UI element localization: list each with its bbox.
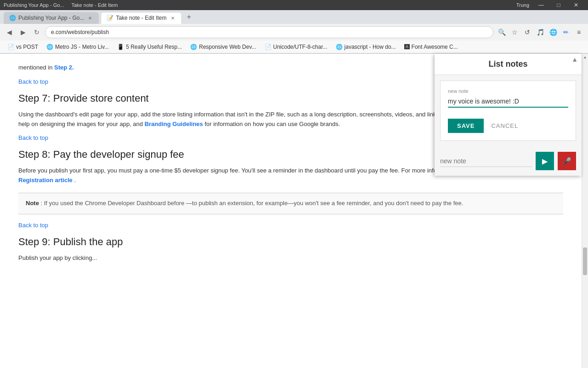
- panel-footer: ▶ 🎤: [435, 146, 582, 176]
- content-area: mentioned in Step 2. Back to top Step 7:…: [0, 54, 588, 368]
- bookmark-favicon: 📱: [117, 44, 124, 50]
- minimize-button[interactable]: —: [533, 0, 549, 10]
- bookmark-label: javascript - How do...: [345, 44, 396, 50]
- bookmark-label: Font Awesome C...: [412, 44, 458, 50]
- scrollbar-track[interactable]: [582, 60, 588, 368]
- bookmark-favicon: 🌐: [46, 44, 53, 50]
- tab2-label: Take note - Edit Item: [116, 15, 166, 21]
- bookmark-font-awesome[interactable]: 🅰 Font Awesome C...: [401, 43, 462, 51]
- tab2-title: Take note - Edit Item: [71, 2, 118, 8]
- note-box: Note : If you used the Chrome Developer …: [18, 193, 563, 214]
- step9-heading: Step 9: Publish the app: [18, 236, 563, 248]
- scrollbar-thumb[interactable]: [583, 247, 587, 275]
- step7-text-after-link2: for information on how you can use Googl…: [204, 121, 340, 127]
- tab1-label: Publishing Your App - Go...: [18, 15, 84, 21]
- tab-publishing[interactable]: 🌐 Publishing Your App - Go... ✕: [4, 12, 99, 24]
- new-tab-button[interactable]: +: [184, 12, 195, 23]
- bookmark-metro-js[interactable]: 🌐 Metro JS - Metro Liv...: [43, 43, 113, 51]
- windows-title-bar: Publishing Your App - Go... Take note - …: [0, 0, 588, 10]
- refresh-button[interactable]: ↻: [31, 27, 42, 38]
- scroll-up-arrow[interactable]: ▲: [582, 54, 588, 60]
- bookmark-unicode[interactable]: 📄 Unicode/UTF-8-char...: [261, 43, 331, 51]
- menu-icon[interactable]: ≡: [573, 27, 584, 38]
- translate-icon[interactable]: 🌐: [548, 27, 559, 38]
- bookmark-vs-post[interactable]: 📄 vs POST: [4, 43, 42, 51]
- new-note-input[interactable]: [440, 155, 532, 167]
- bookmark-favicon: 🌐: [190, 44, 197, 50]
- bookmark-label: vs POST: [16, 44, 38, 50]
- send-button[interactable]: ▶: [536, 152, 554, 170]
- note-text: : If you used the Chrome Developer Dashb…: [41, 200, 464, 207]
- step7-text-before-link1: Using the dashboard's edit page for your…: [18, 111, 493, 118]
- mic-icon: 🎤: [562, 157, 571, 166]
- bookmark-label: Unicode/UTF-8-char...: [273, 44, 328, 50]
- note-card: new note SAVE CANCEL: [440, 80, 576, 141]
- toolbar-icons: 🔍 ☆ ↺ 🎵 🌐 ✏ ≡: [496, 27, 584, 38]
- star-icon[interactable]: ☆: [509, 27, 520, 38]
- cancel-button[interactable]: CANCEL: [491, 122, 518, 129]
- bookmark-label: Responsive Web Dev...: [199, 44, 256, 50]
- note-card-input[interactable]: [448, 98, 568, 108]
- bookmark-label: Metro JS - Metro Liv...: [55, 44, 109, 50]
- tab2-favicon: 📝: [107, 15, 113, 21]
- bookmark-favicon: 🅰: [404, 44, 410, 50]
- forward-button[interactable]: ▶: [17, 27, 28, 38]
- panel-scroll-up[interactable]: ▲: [571, 56, 578, 63]
- bookmarks-bar: 📄 vs POST 🌐 Metro JS - Metro Liv... 📱 5 …: [0, 40, 588, 53]
- bookmark-javascript[interactable]: 🌐 javascript - How do...: [332, 43, 400, 51]
- branding-guidelines-link[interactable]: Branding Guidelines: [145, 121, 203, 127]
- bookmark-label: 5 Really Useful Resp...: [126, 44, 182, 50]
- extensions-icon[interactable]: ↺: [522, 27, 533, 38]
- step2-link[interactable]: Step 2.: [54, 64, 74, 71]
- tab1-title: Publishing Your App - Go...: [4, 2, 64, 8]
- bookmark-favicon: 🌐: [336, 44, 343, 50]
- step8-text-after-link: .: [74, 177, 76, 184]
- bookmark-favicon: 📄: [7, 44, 14, 50]
- user-name: Trung: [516, 2, 529, 8]
- panel-header: List notes ▲: [435, 54, 582, 75]
- save-button[interactable]: SAVE: [448, 119, 484, 133]
- tab1-favicon: 🌐: [9, 15, 16, 21]
- address-bar-row: ◀ ▶ ↻ 🔍 ☆ ↺ 🎵 🌐 ✏ ≡: [0, 24, 588, 40]
- bookmark-favicon: 📄: [265, 44, 271, 50]
- maximize-button[interactable]: □: [550, 0, 567, 10]
- audio-icon[interactable]: 🎵: [535, 27, 546, 38]
- browser-chrome: 🌐 Publishing Your App - Go... ✕ 📝 Take n…: [0, 10, 588, 54]
- note-label: Note: [26, 200, 39, 207]
- tab2-close[interactable]: ✕: [170, 15, 176, 21]
- window-controls: — □ ✕: [533, 0, 584, 10]
- note-card-label: new note: [448, 88, 568, 94]
- registration-link[interactable]: Registration article: [18, 177, 73, 184]
- edit-icon[interactable]: ✏: [560, 27, 571, 38]
- tab-take-note[interactable]: 📝 Take note - Edit Item ✕: [101, 12, 181, 24]
- close-button[interactable]: ✕: [568, 0, 584, 10]
- note-card-actions: SAVE CANCEL: [448, 119, 568, 133]
- mic-button[interactable]: 🎤: [558, 152, 576, 170]
- list-notes-panel: List notes ▲ new note SAVE CANCEL ▶ 🎤: [435, 54, 582, 176]
- back-to-top-3[interactable]: Back to top: [18, 222, 563, 229]
- tab1-close[interactable]: ✕: [87, 15, 93, 21]
- bookmark-responsive[interactable]: 🌐 Responsive Web Dev...: [187, 43, 260, 51]
- search-icon[interactable]: 🔍: [496, 27, 507, 38]
- tab-bar: 🌐 Publishing Your App - Go... ✕ 📝 Take n…: [0, 10, 588, 24]
- bookmark-5-useful[interactable]: 📱 5 Really Useful Resp...: [113, 43, 186, 51]
- back-button[interactable]: ◀: [4, 27, 15, 38]
- address-input[interactable]: [45, 26, 493, 38]
- step9-text: Publish your app by clicking...: [18, 253, 563, 263]
- page-scrollbar: ▲ ▼: [582, 54, 588, 368]
- panel-title: List notes: [488, 59, 527, 69]
